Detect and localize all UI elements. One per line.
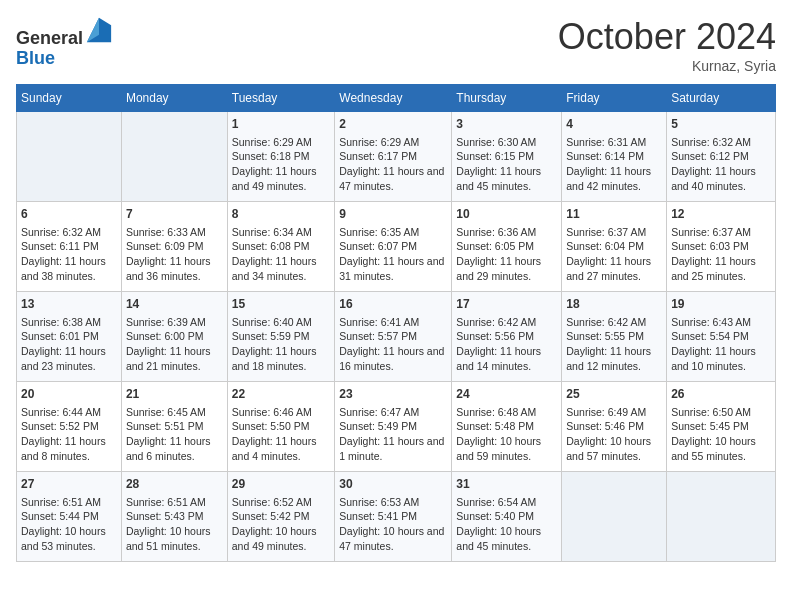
cell-content: Sunrise: 6:30 AMSunset: 6:15 PMDaylight:… [456,135,557,194]
logo-blue: Blue [16,48,55,68]
calendar-cell: 1Sunrise: 6:29 AMSunset: 6:18 PMDaylight… [227,112,334,202]
cell-content: Sunrise: 6:49 AMSunset: 5:46 PMDaylight:… [566,405,662,464]
calendar-week-row: 27Sunrise: 6:51 AMSunset: 5:44 PMDayligh… [17,472,776,562]
day-number: 3 [456,116,557,133]
day-number: 25 [566,386,662,403]
day-number: 28 [126,476,223,493]
weekday-header-sunday: Sunday [17,85,122,112]
day-number: 1 [232,116,330,133]
calendar-week-row: 6Sunrise: 6:32 AMSunset: 6:11 PMDaylight… [17,202,776,292]
calendar-cell: 2Sunrise: 6:29 AMSunset: 6:17 PMDaylight… [335,112,452,202]
calendar-cell: 12Sunrise: 6:37 AMSunset: 6:03 PMDayligh… [667,202,776,292]
cell-content: Sunrise: 6:34 AMSunset: 6:08 PMDaylight:… [232,225,330,284]
logo-general: General [16,28,83,48]
calendar-table: SundayMondayTuesdayWednesdayThursdayFrid… [16,84,776,562]
cell-content: Sunrise: 6:54 AMSunset: 5:40 PMDaylight:… [456,495,557,554]
calendar-cell: 20Sunrise: 6:44 AMSunset: 5:52 PMDayligh… [17,382,122,472]
cell-content: Sunrise: 6:29 AMSunset: 6:18 PMDaylight:… [232,135,330,194]
cell-content: Sunrise: 6:37 AMSunset: 6:03 PMDaylight:… [671,225,771,284]
day-number: 16 [339,296,447,313]
day-number: 21 [126,386,223,403]
logo: General Blue [16,16,113,69]
cell-content: Sunrise: 6:40 AMSunset: 5:59 PMDaylight:… [232,315,330,374]
calendar-week-row: 20Sunrise: 6:44 AMSunset: 5:52 PMDayligh… [17,382,776,472]
calendar-cell: 28Sunrise: 6:51 AMSunset: 5:43 PMDayligh… [121,472,227,562]
cell-content: Sunrise: 6:36 AMSunset: 6:05 PMDaylight:… [456,225,557,284]
calendar-cell: 3Sunrise: 6:30 AMSunset: 6:15 PMDaylight… [452,112,562,202]
day-number: 24 [456,386,557,403]
day-number: 5 [671,116,771,133]
calendar-cell [121,112,227,202]
calendar-cell: 11Sunrise: 6:37 AMSunset: 6:04 PMDayligh… [562,202,667,292]
calendar-cell: 21Sunrise: 6:45 AMSunset: 5:51 PMDayligh… [121,382,227,472]
calendar-cell [17,112,122,202]
calendar-cell: 16Sunrise: 6:41 AMSunset: 5:57 PMDayligh… [335,292,452,382]
calendar-cell: 6Sunrise: 6:32 AMSunset: 6:11 PMDaylight… [17,202,122,292]
calendar-cell: 17Sunrise: 6:42 AMSunset: 5:56 PMDayligh… [452,292,562,382]
weekday-header-row: SundayMondayTuesdayWednesdayThursdayFrid… [17,85,776,112]
calendar-cell: 31Sunrise: 6:54 AMSunset: 5:40 PMDayligh… [452,472,562,562]
calendar-cell: 22Sunrise: 6:46 AMSunset: 5:50 PMDayligh… [227,382,334,472]
cell-content: Sunrise: 6:50 AMSunset: 5:45 PMDaylight:… [671,405,771,464]
calendar-cell: 26Sunrise: 6:50 AMSunset: 5:45 PMDayligh… [667,382,776,472]
day-number: 18 [566,296,662,313]
cell-content: Sunrise: 6:44 AMSunset: 5:52 PMDaylight:… [21,405,117,464]
cell-content: Sunrise: 6:32 AMSunset: 6:12 PMDaylight:… [671,135,771,194]
calendar-cell: 8Sunrise: 6:34 AMSunset: 6:08 PMDaylight… [227,202,334,292]
day-number: 10 [456,206,557,223]
weekday-header-monday: Monday [121,85,227,112]
logo-icon [85,16,113,44]
cell-content: Sunrise: 6:51 AMSunset: 5:44 PMDaylight:… [21,495,117,554]
day-number: 27 [21,476,117,493]
title-section: October 2024 Kurnaz, Syria [558,16,776,74]
calendar-cell: 13Sunrise: 6:38 AMSunset: 6:01 PMDayligh… [17,292,122,382]
cell-content: Sunrise: 6:39 AMSunset: 6:00 PMDaylight:… [126,315,223,374]
day-number: 22 [232,386,330,403]
day-number: 29 [232,476,330,493]
cell-content: Sunrise: 6:53 AMSunset: 5:41 PMDaylight:… [339,495,447,554]
weekday-header-thursday: Thursday [452,85,562,112]
day-number: 2 [339,116,447,133]
cell-content: Sunrise: 6:42 AMSunset: 5:55 PMDaylight:… [566,315,662,374]
cell-content: Sunrise: 6:33 AMSunset: 6:09 PMDaylight:… [126,225,223,284]
cell-content: Sunrise: 6:46 AMSunset: 5:50 PMDaylight:… [232,405,330,464]
weekday-header-friday: Friday [562,85,667,112]
location: Kurnaz, Syria [558,58,776,74]
cell-content: Sunrise: 6:51 AMSunset: 5:43 PMDaylight:… [126,495,223,554]
calendar-cell: 9Sunrise: 6:35 AMSunset: 6:07 PMDaylight… [335,202,452,292]
day-number: 15 [232,296,330,313]
cell-content: Sunrise: 6:37 AMSunset: 6:04 PMDaylight:… [566,225,662,284]
day-number: 20 [21,386,117,403]
cell-content: Sunrise: 6:48 AMSunset: 5:48 PMDaylight:… [456,405,557,464]
cell-content: Sunrise: 6:45 AMSunset: 5:51 PMDaylight:… [126,405,223,464]
cell-content: Sunrise: 6:31 AMSunset: 6:14 PMDaylight:… [566,135,662,194]
calendar-cell: 5Sunrise: 6:32 AMSunset: 6:12 PMDaylight… [667,112,776,202]
calendar-cell: 14Sunrise: 6:39 AMSunset: 6:00 PMDayligh… [121,292,227,382]
cell-content: Sunrise: 6:42 AMSunset: 5:56 PMDaylight:… [456,315,557,374]
calendar-cell: 23Sunrise: 6:47 AMSunset: 5:49 PMDayligh… [335,382,452,472]
calendar-cell: 19Sunrise: 6:43 AMSunset: 5:54 PMDayligh… [667,292,776,382]
calendar-cell: 25Sunrise: 6:49 AMSunset: 5:46 PMDayligh… [562,382,667,472]
weekday-header-tuesday: Tuesday [227,85,334,112]
calendar-week-row: 1Sunrise: 6:29 AMSunset: 6:18 PMDaylight… [17,112,776,202]
calendar-cell: 29Sunrise: 6:52 AMSunset: 5:42 PMDayligh… [227,472,334,562]
day-number: 26 [671,386,771,403]
calendar-cell: 30Sunrise: 6:53 AMSunset: 5:41 PMDayligh… [335,472,452,562]
day-number: 4 [566,116,662,133]
calendar-cell: 10Sunrise: 6:36 AMSunset: 6:05 PMDayligh… [452,202,562,292]
calendar-week-row: 13Sunrise: 6:38 AMSunset: 6:01 PMDayligh… [17,292,776,382]
day-number: 23 [339,386,447,403]
cell-content: Sunrise: 6:32 AMSunset: 6:11 PMDaylight:… [21,225,117,284]
weekday-header-wednesday: Wednesday [335,85,452,112]
day-number: 7 [126,206,223,223]
calendar-cell: 15Sunrise: 6:40 AMSunset: 5:59 PMDayligh… [227,292,334,382]
day-number: 13 [21,296,117,313]
weekday-header-saturday: Saturday [667,85,776,112]
day-number: 11 [566,206,662,223]
calendar-cell: 27Sunrise: 6:51 AMSunset: 5:44 PMDayligh… [17,472,122,562]
calendar-cell: 4Sunrise: 6:31 AMSunset: 6:14 PMDaylight… [562,112,667,202]
day-number: 17 [456,296,557,313]
calendar-cell [667,472,776,562]
cell-content: Sunrise: 6:43 AMSunset: 5:54 PMDaylight:… [671,315,771,374]
day-number: 6 [21,206,117,223]
